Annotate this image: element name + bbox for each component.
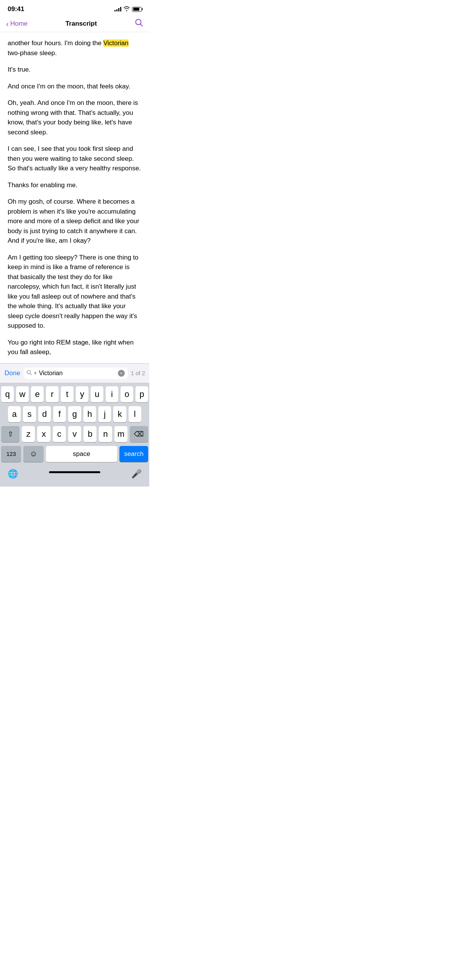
find-nav: ⌃ ⌄ xyxy=(148,369,149,377)
keyboard-row-4: 123 ☺ space search xyxy=(1,446,148,462)
key-r[interactable]: r xyxy=(46,386,59,402)
key-n[interactable]: n xyxy=(99,426,112,442)
find-bar: Done ▾ × 1 of 2 ⌃ ⌄ xyxy=(0,363,149,383)
find-prev-button[interactable]: ⌃ xyxy=(148,369,149,377)
key-j[interactable]: j xyxy=(98,406,111,422)
key-d[interactable]: d xyxy=(38,406,51,422)
key-l[interactable]: l xyxy=(129,406,141,422)
key-x[interactable]: x xyxy=(37,426,50,442)
key-q[interactable]: q xyxy=(1,386,14,402)
key-u[interactable]: u xyxy=(91,386,103,402)
find-count: 1 of 2 xyxy=(131,370,145,376)
key-z[interactable]: z xyxy=(22,426,35,442)
nav-bar: ‹ Home Transcript xyxy=(0,15,149,32)
find-input-field[interactable] xyxy=(39,370,116,377)
paragraph-3: And once I'm on the moon, that feels oka… xyxy=(8,82,142,91)
key-search[interactable]: search xyxy=(119,446,148,462)
keyboard-row-3: ⇧ z x c v b n m ⌫ xyxy=(1,426,148,442)
paragraph-2: It's true. xyxy=(8,65,142,75)
mic-icon[interactable]: 🎤 xyxy=(131,469,142,479)
key-space[interactable]: space xyxy=(46,446,117,462)
key-g[interactable]: g xyxy=(68,406,81,422)
key-delete[interactable]: ⌫ xyxy=(130,426,148,442)
find-dropdown[interactable]: ▾ xyxy=(34,370,37,376)
back-chevron-icon: ‹ xyxy=(6,20,9,28)
transcript-content: another four hours. I'm doing the Victor… xyxy=(0,32,149,363)
key-t[interactable]: t xyxy=(61,386,73,402)
paragraph-1: another four hours. I'm doing the Victor… xyxy=(8,38,142,58)
status-time: 09:41 xyxy=(8,5,24,13)
wifi-icon xyxy=(124,6,130,12)
key-f[interactable]: f xyxy=(53,406,66,422)
paragraph-8: Am I getting too sleepy? There is one th… xyxy=(8,253,142,331)
key-s[interactable]: s xyxy=(23,406,36,422)
key-c[interactable]: c xyxy=(53,426,66,442)
svg-line-3 xyxy=(30,374,31,375)
paragraph-7: Oh my gosh, of course. Where it becomes … xyxy=(8,197,142,246)
signal-icon xyxy=(114,7,121,11)
key-y[interactable]: y xyxy=(76,386,88,402)
find-done-button[interactable]: Done xyxy=(5,369,20,377)
back-button[interactable]: ‹ Home xyxy=(6,20,28,28)
find-clear-button[interactable]: × xyxy=(118,370,125,377)
find-search-icon xyxy=(26,370,32,376)
home-indicator xyxy=(49,471,100,473)
key-numbers[interactable]: 123 xyxy=(1,446,21,462)
status-bar: 09:41 xyxy=(0,0,149,15)
status-icons xyxy=(114,6,142,12)
paragraph-4: Oh, yeah. And once I'm on the moon, ther… xyxy=(8,98,142,137)
key-i[interactable]: i xyxy=(106,386,118,402)
battery-icon xyxy=(132,7,142,12)
page-title: Transcript xyxy=(65,20,97,28)
key-shift[interactable]: ⇧ xyxy=(1,426,20,442)
paragraph-9: You go right into REM stage, like right … xyxy=(8,338,142,357)
key-h[interactable]: h xyxy=(83,406,96,422)
back-label: Home xyxy=(10,20,28,28)
key-m[interactable]: m xyxy=(114,426,127,442)
keyboard: q w e r t y u i o p a s d f g h j k l ⇧ … xyxy=(0,383,149,466)
key-b[interactable]: b xyxy=(83,426,96,442)
keyboard-row-1: q w e r t y u i o p xyxy=(1,386,148,402)
svg-line-1 xyxy=(140,24,142,26)
keyboard-extras: 🌐 🎤 xyxy=(0,466,149,487)
key-a[interactable]: a xyxy=(8,406,21,422)
paragraph-5: I can see, I see that you took first sle… xyxy=(8,144,142,173)
key-p[interactable]: p xyxy=(135,386,148,402)
keyboard-row-2: a s d f g h j k l xyxy=(1,406,148,422)
key-emoji[interactable]: ☺ xyxy=(23,446,43,462)
find-input-wrapper: ▾ × xyxy=(23,368,128,379)
key-k[interactable]: k xyxy=(113,406,126,422)
globe-icon[interactable]: 🌐 xyxy=(8,469,18,479)
key-w[interactable]: w xyxy=(16,386,29,402)
key-e[interactable]: e xyxy=(31,386,44,402)
key-v[interactable]: v xyxy=(68,426,81,442)
key-o[interactable]: o xyxy=(121,386,133,402)
highlight-victorian: Victorian xyxy=(103,39,129,47)
search-button[interactable] xyxy=(135,18,143,29)
paragraph-6: Thanks for enabling me. xyxy=(8,180,142,190)
